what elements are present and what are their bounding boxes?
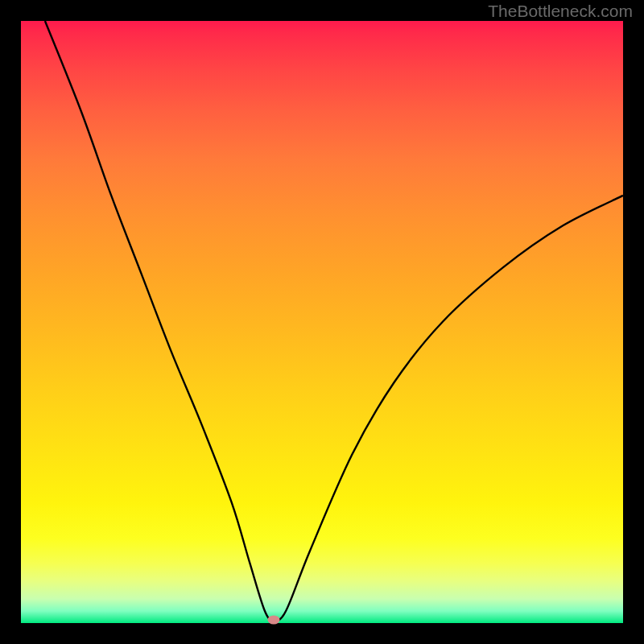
watermark-text: TheBottleneck.com xyxy=(488,2,633,21)
curve-svg xyxy=(21,21,623,623)
bottleneck-curve xyxy=(45,21,623,621)
optimal-marker xyxy=(268,616,280,625)
chart-plot-area xyxy=(21,21,623,623)
